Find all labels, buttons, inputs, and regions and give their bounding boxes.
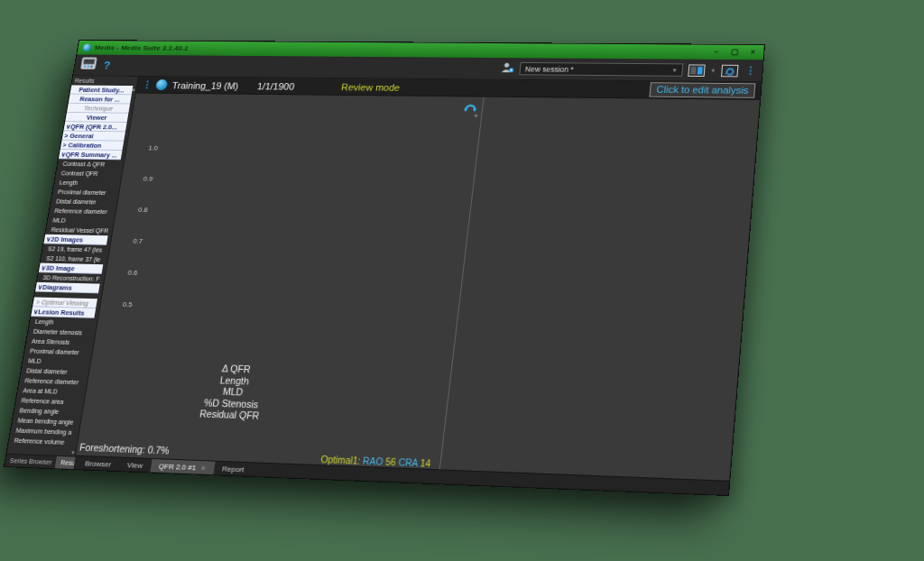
study-date: 1/1/1900: [256, 80, 295, 91]
viewport-container: ▼ 1.00.90.80.70.60.5 Δ QFRLengthMLD%D St…: [76, 93, 760, 480]
tab-report[interactable]: Report: [213, 462, 253, 476]
window-title: Medis - Medis Suite 3.2.40.2: [94, 44, 189, 52]
axis-tick-label: 0.7: [114, 237, 143, 270]
tab-close-icon[interactable]: ✕: [200, 464, 207, 471]
optimal-angle-name: CRA: [398, 457, 421, 468]
sidebar-item[interactable]: Reference volume: [8, 435, 74, 447]
sidebar-tab-series-browser[interactable]: Series Browser: [5, 455, 57, 468]
layout-chevron-icon[interactable]: ▼: [710, 68, 716, 73]
series-pad-icon[interactable]: [79, 57, 97, 73]
axis-tick-label: 0.6: [108, 268, 138, 300]
rotate-options-chevron-icon[interactable]: ▼: [473, 114, 479, 119]
layout-button[interactable]: [688, 64, 706, 77]
sidebar-caption: Results: [71, 76, 138, 86]
optimal-angle-value: 14: [420, 458, 431, 469]
drag-handle-icon[interactable]: ⋮: [142, 79, 152, 90]
app-logo-icon: [82, 44, 91, 51]
help-button[interactable]: ?: [103, 59, 112, 71]
scroll-up-icon[interactable]: ▲: [131, 87, 136, 92]
reset-layout-button[interactable]: [721, 64, 739, 77]
user-session-icon: [500, 60, 515, 76]
minimize-button[interactable]: −: [713, 45, 719, 60]
maximize-button[interactable]: ▢: [730, 45, 739, 60]
tab-browser[interactable]: Browser: [76, 456, 120, 471]
close-button[interactable]: ×: [750, 45, 756, 60]
edit-analysis-button[interactable]: Click to edit analysis: [650, 82, 756, 98]
axis-tick-label: 1.0: [129, 144, 158, 175]
optimal-angle-name: RAO: [362, 455, 386, 466]
session-select-value: New session *: [525, 64, 575, 73]
app-window: Medis - Medis Suite 3.2.40.2 − ▢ × ? New…: [5, 41, 764, 495]
tab-qfr-2-0-1[interactable]: QFR 2.0 #1✕: [150, 459, 215, 474]
optimal-angle-value: 56: [385, 456, 400, 467]
overflow-menu-icon[interactable]: ⋮: [745, 65, 756, 77]
qfr-app-icon: [155, 79, 168, 90]
review-mode-label: Review mode: [341, 81, 401, 92]
optimal-prefix: Optimal1:: [320, 455, 364, 466]
diagram-viewport[interactable]: ▼ 1.00.90.80.70.60.5 Δ QFRLengthMLD%D St…: [76, 93, 485, 469]
main-area: ⋮ Training_19 (M) 1/1/1900 Review mode C…: [73, 77, 761, 495]
axis-tick-label: 0.8: [119, 206, 148, 237]
axis-tick-label: 0.5: [103, 300, 133, 333]
metric-label-list: Δ QFRLengthMLD%D StenosisResidual QFR: [159, 361, 308, 423]
sidebar-tab-bar: Series BrowserResults: [5, 454, 75, 469]
image-viewport[interactable]: [440, 97, 760, 481]
chevron-down-icon: ▼: [671, 68, 678, 73]
tab-view[interactable]: View: [118, 458, 152, 473]
axis-tick-label: 0.9: [125, 175, 153, 207]
desktop-background: Medis - Medis Suite 3.2.40.2 − ▢ × ? New…: [0, 0, 924, 561]
foreshortening-label: Foreshortening: 0.7%: [79, 441, 170, 455]
session-select[interactable]: New session * ▼: [519, 62, 683, 77]
patient-name: Training_19 (M): [171, 80, 239, 91]
sidebar-item[interactable]: Patient Study...: [70, 85, 134, 95]
